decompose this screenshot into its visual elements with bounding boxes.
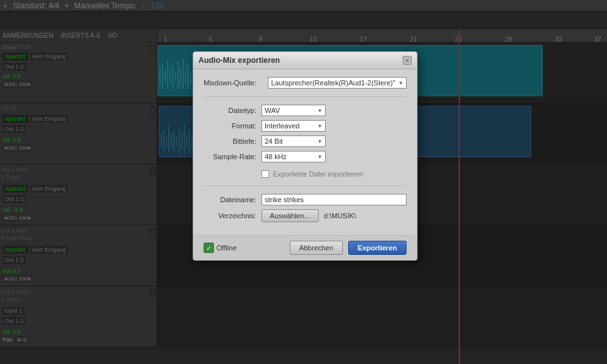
format-value: Interleaved — [265, 122, 299, 130]
directory-label: Verzeichnis: — [204, 212, 261, 220]
samplerate-dropdown[interactable]: 48 kHz ▼ — [261, 151, 326, 162]
source-value: Lautsprecher(Realtek(R)Aud1-2(Stere)" — [271, 79, 395, 87]
samplerate-row: Sample-Rate: 48 kHz ▼ — [204, 151, 407, 162]
format-label: Format: — [204, 122, 261, 130]
dialog-overlay: Audio-Mix exportieren × Mixdown-Quelle: … — [0, 0, 607, 364]
bitdepth-row: Bittiefe: 24 Bit ▼ — [204, 135, 407, 147]
filename-input[interactable] — [261, 194, 407, 205]
filetype-row: Dateityp: WAV ▼ — [204, 105, 407, 116]
directory-row: Verzeichnis: Auswählen... d:\MUSIK\ — [204, 209, 407, 222]
source-label: Mixdown-Quelle: — [204, 79, 268, 87]
dialog-title: Audio-Mix exportieren — [198, 56, 280, 65]
format-arrow: ▼ — [317, 123, 322, 129]
samplerate-value: 48 kHz — [265, 153, 286, 160]
format-dropdown[interactable]: Interleaved ▼ — [261, 120, 326, 132]
bitdepth-value: 24 Bit — [265, 137, 283, 145]
close-button[interactable]: × — [403, 56, 412, 65]
choose-directory-button[interactable]: Auswählen... — [261, 209, 319, 222]
source-dropdown[interactable]: Lautsprecher(Realtek(R)Aud1-2(Stere)" ▼ — [268, 77, 407, 89]
filename-section: Dateiname: Verzeichnis: Auswählen... d:\… — [204, 186, 407, 222]
offline-label: Offline — [216, 244, 237, 252]
filetype-value: WAV — [265, 107, 280, 114]
dialog-body: Mixdown-Quelle: Lautsprecher(Realtek(R)A… — [193, 69, 417, 235]
source-row: Mixdown-Quelle: Lautsprecher(Realtek(R)A… — [204, 77, 407, 97]
filename-row: Dateiname: — [204, 194, 407, 205]
export-button[interactable]: Exportieren — [348, 241, 407, 255]
footer-buttons: Abbrechen Exportieren — [290, 241, 407, 255]
filetype-dropdown[interactable]: WAV ▼ — [261, 105, 326, 116]
offline-checkbox[interactable]: ✓ — [204, 243, 214, 253]
directory-path: d:\MUSIK\ — [324, 212, 356, 220]
samplerate-label: Sample-Rate: — [204, 153, 261, 160]
format-row: Format: Interleaved ▼ — [204, 120, 407, 132]
offline-row: ✓ Offline — [204, 243, 237, 253]
source-arrow: ▼ — [398, 80, 403, 86]
export-dialog: Audio-Mix exportieren × Mixdown-Quelle: … — [193, 51, 418, 261]
filename-label: Dateiname: — [204, 196, 261, 204]
format-section: Dateityp: WAV ▼ Format: Interleaved ▼ Bi… — [204, 105, 407, 162]
filetype-arrow: ▼ — [317, 108, 322, 114]
bitdepth-label: Bittiefe: — [204, 137, 261, 145]
bitdepth-arrow: ▼ — [317, 139, 322, 144]
dialog-titlebar: Audio-Mix exportieren × — [193, 52, 417, 69]
cancel-button[interactable]: Abbrechen — [290, 241, 343, 255]
dialog-footer: ✓ Offline Abbrechen Exportieren — [193, 235, 417, 260]
import-checkbox[interactable] — [261, 170, 269, 178]
bitdepth-dropdown[interactable]: 24 Bit ▼ — [261, 135, 326, 147]
samplerate-arrow: ▼ — [317, 154, 322, 160]
import-checkbox-row: Exportierte Datei importieren — [261, 170, 407, 178]
filetype-label: Dateityp: — [204, 107, 261, 114]
import-checkbox-label: Exportierte Datei importieren — [273, 170, 363, 178]
